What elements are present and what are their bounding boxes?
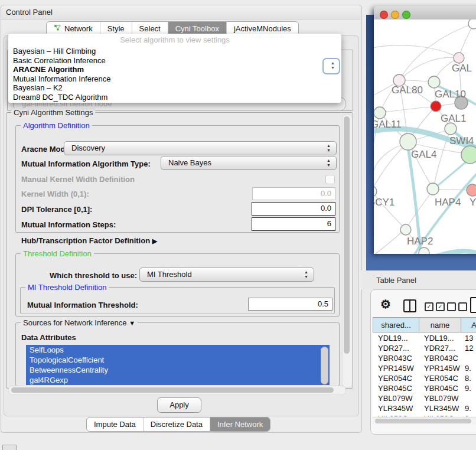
control-panel-titlebar: Control Panel: [1, 5, 360, 19]
algorithm-placeholder: Select algorithm to view settings: [8, 35, 341, 44]
table-cell: YBR045C: [419, 383, 461, 393]
attribute-item[interactable]: gal4RGexp: [26, 375, 330, 385]
network-node[interactable]: [461, 146, 476, 164]
table-horizontal-scrollbar-thumb[interactable]: [375, 419, 471, 423]
table-row[interactable]: YIL052CYIL052C9.: [373, 413, 476, 416]
hub-definition-toggle[interactable]: Hub/Transcription Factor Definition ▶: [21, 236, 157, 245]
deselect-all-icon[interactable]: [447, 302, 467, 311]
network-edge: [380, 107, 431, 113]
tab-label: Select: [139, 24, 161, 33]
attributes-scrollbar-thumb[interactable]: [321, 347, 328, 384]
manual-kernel-checkbox[interactable]: [325, 175, 335, 184]
window-close-button[interactable]: [380, 11, 388, 19]
table-row[interactable]: YDL19...YDL19...13: [373, 333, 476, 343]
network-node[interactable]: [468, 19, 476, 29]
table-cell: YER054C: [419, 373, 461, 383]
table-cell: YLR345W: [373, 403, 419, 413]
settings-horizontal-scrollbar-thumb[interactable]: [11, 387, 334, 393]
window-minimize-button[interactable]: [391, 11, 399, 19]
table-cell: 9.: [461, 363, 476, 373]
algorithm-option[interactable]: ARACNE Algorithm: [8, 65, 341, 74]
table-row[interactable]: YDR27...YDR27...12: [373, 343, 476, 353]
mi-type-combo[interactable]: Naive Bayes ▲▼: [161, 156, 337, 170]
kernel-width-label: Kernel Width (0,1):: [21, 190, 89, 198]
mi-steps-field[interactable]: 6: [252, 217, 335, 231]
table-cell: 9.: [461, 403, 476, 413]
unchecked-box-icon: [447, 302, 456, 311]
expand-right-icon: ▶: [152, 237, 157, 244]
aracne-mode-combo[interactable]: Discovery ▲▼: [64, 141, 337, 155]
network-node[interactable]: [400, 133, 416, 150]
algorithm-definition-title: Algorithm Definition: [21, 121, 92, 130]
table-row[interactable]: YPR145WYPR145W9.: [373, 363, 476, 373]
table-horizontal-scrollbar[interactable]: [373, 417, 476, 425]
split-divider: [409, 301, 410, 311]
hub-definition-label: Hub/Transcription Factor Definition: [21, 236, 150, 245]
network-node[interactable]: [400, 224, 411, 235]
table-cell: YER054C: [373, 373, 419, 383]
tab-discretize-data[interactable]: Discretize Data: [143, 418, 210, 431]
algorithm-option[interactable]: Mutual Information Inference: [8, 74, 341, 84]
settings-vertical-scrollbar-thumb[interactable]: [344, 116, 350, 354]
mi-threshold-field[interactable]: 0.5: [248, 298, 332, 311]
network-edge-highlighted: [436, 158, 470, 187]
algorithm-option[interactable]: Bayesian – K2: [8, 83, 341, 93]
gear-icon[interactable]: ⚙: [380, 297, 391, 311]
network-node[interactable]: [427, 183, 439, 195]
tab-label: Network: [64, 24, 93, 33]
mi-steps-label: Mutual Information Steps:: [21, 220, 116, 229]
table-cell: YBR043C: [419, 353, 461, 363]
network-node[interactable]: [454, 53, 464, 63]
unchecked-box-icon: [458, 302, 467, 311]
network-canvas[interactable]: GALGAL80GAL10GAL1GAL11SWI4GAL4GCY1HAP4YH…: [374, 19, 476, 254]
column-header-partial[interactable]: A: [461, 317, 476, 332]
manual-kernel-label: Manual Kernel Width Definition: [21, 175, 135, 184]
network-node[interactable]: [445, 123, 457, 135]
table-row[interactable]: YBR043CYBR043C: [373, 353, 476, 363]
table-row[interactable]: YBL079WYBL079W: [373, 393, 476, 403]
select-all-icon[interactable]: ✓ ✓: [425, 302, 445, 311]
network-node[interactable]: [428, 76, 440, 88]
attribute-item[interactable]: SelfLoops: [26, 345, 330, 355]
table-row[interactable]: YLR345WYLR345W9.: [373, 403, 476, 413]
network-node-label: GAL1: [441, 113, 466, 124]
algorithm-option[interactable]: Basic Correlation Inference: [8, 56, 341, 66]
network-node[interactable]: [467, 184, 476, 196]
table-row[interactable]: YER054CYER054C8.: [373, 373, 476, 383]
mi-type-value: Naive Bayes: [168, 158, 211, 167]
attribute-item[interactable]: TopologicalCoefficient: [26, 355, 330, 365]
column-header-name[interactable]: name: [419, 317, 461, 332]
settings-horizontal-scrollbar[interactable]: [8, 386, 346, 395]
bottom-tab-bar: Impute DataDiscretize DataInfer Network: [86, 417, 270, 432]
table-cell: YDR27...: [373, 343, 419, 353]
network-node[interactable]: [431, 101, 441, 112]
network-node[interactable]: [374, 186, 377, 197]
document-icon[interactable]: [470, 297, 476, 313]
sources-title[interactable]: Sources for Network Inference ▼: [21, 318, 138, 327]
split-view-icon[interactable]: [403, 299, 416, 312]
settings-vertical-scrollbar[interactable]: [342, 114, 353, 388]
window-zoom-button[interactable]: [402, 11, 410, 19]
tab-infer-network[interactable]: Infer Network: [210, 418, 270, 431]
data-attributes-list: SelfLoopsTopologicalCoefficientBetweenne…: [26, 345, 330, 385]
network-node[interactable]: [419, 247, 429, 254]
network-node-label: SWI4: [449, 135, 474, 146]
table-row[interactable]: YBR045CYBR045C9.: [373, 383, 476, 393]
algorithm-option[interactable]: Dream8 DC_TDC Algorithm: [8, 93, 341, 102]
apply-button[interactable]: Apply: [157, 397, 201, 413]
inference-algorithm-combo-fragment[interactable]: ▲▼: [322, 58, 340, 74]
algorithm-list: Bayesian – Hill ClimbingBasic Correlatio…: [8, 47, 341, 102]
tab-label: Style: [107, 24, 125, 33]
network-window-titlebar[interactable]: [374, 6, 476, 20]
column-header-shared-name[interactable]: shared...: [373, 317, 419, 332]
network-edge: [374, 142, 408, 191]
network-node[interactable]: [374, 107, 386, 119]
mi-type-label: Mutual Information Algorithm Type:: [21, 159, 151, 168]
algorithm-option[interactable]: Bayesian – Hill Climbing: [8, 47, 341, 56]
minimized-panel-icon[interactable]: [2, 445, 17, 450]
kernel-width-field[interactable]: 0.0: [252, 187, 335, 200]
dpi-tolerance-field[interactable]: 0.0: [252, 202, 335, 216]
attribute-item[interactable]: BetweennessCentrality: [26, 365, 330, 375]
which-threshold-combo[interactable]: MI Threshold ▲▼: [139, 268, 314, 282]
tab-impute-data[interactable]: Impute Data: [87, 418, 143, 431]
